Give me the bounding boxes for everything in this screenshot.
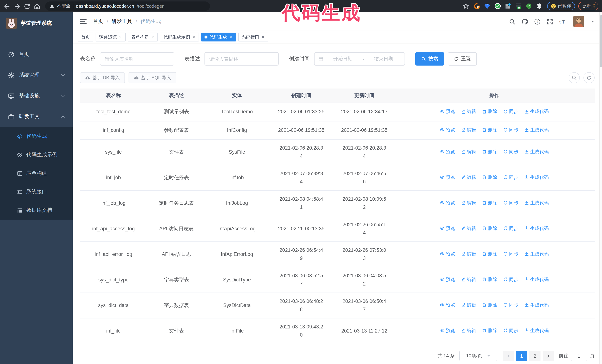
breadcrumb-link[interactable]: 首页	[93, 18, 103, 25]
edit-link[interactable]: 编辑	[461, 224, 476, 233]
sidebar-submenu-item[interactable]: 表单构建	[0, 164, 73, 183]
table-desc-input[interactable]	[204, 52, 279, 65]
preview-link[interactable]: 预览	[440, 301, 455, 309]
delete-link[interactable]: 删除	[482, 126, 497, 134]
generate-code-link[interactable]: 生成代码	[524, 126, 549, 134]
preview-link[interactable]: 预览	[440, 199, 455, 207]
edit-link[interactable]: 编辑	[461, 173, 476, 181]
gem-icon[interactable]	[484, 3, 491, 9]
edit-link[interactable]: 编辑	[461, 250, 476, 258]
tag-view-item[interactable]: 系统接口	[238, 32, 268, 42]
delete-link[interactable]: 删除	[482, 224, 497, 233]
preview-link[interactable]: 预览	[440, 250, 455, 258]
tag-view-item[interactable]: 链路追踪	[96, 32, 126, 42]
preview-link[interactable]: 预览	[440, 173, 455, 181]
sidebar-menu-item[interactable]: 系统管理	[0, 65, 73, 85]
sync-link[interactable]: 同步	[503, 250, 518, 258]
page-scrollbar[interactable]	[599, 12, 602, 364]
sync-link[interactable]: 同步	[503, 173, 518, 181]
tag-view-item[interactable]: 代码生成	[201, 32, 236, 42]
puzzle-icon[interactable]	[536, 3, 542, 9]
tag-view-item[interactable]: 代码生成示例	[160, 32, 199, 42]
sidebar-menu-item[interactable]: 研发工具	[0, 106, 73, 127]
prev-page-button[interactable]	[503, 351, 514, 361]
generate-code-link[interactable]: 生成代码	[524, 173, 549, 181]
import-db-button[interactable]: 基于 DB 导入	[80, 72, 125, 83]
delete-link[interactable]: 删除	[482, 199, 497, 207]
close-icon[interactable]	[118, 35, 122, 39]
sync-link[interactable]: 同步	[503, 327, 518, 335]
github-icon[interactable]	[522, 18, 528, 25]
preview-link[interactable]: 预览	[440, 107, 455, 115]
edit-link[interactable]: 编辑	[461, 275, 476, 284]
close-icon[interactable]	[151, 35, 154, 39]
edit-link[interactable]: 编辑	[461, 301, 476, 309]
check-badge-icon[interactable]	[494, 3, 501, 9]
generate-code-link[interactable]: 生成代码	[524, 327, 549, 335]
sync-link[interactable]: 同步	[503, 148, 518, 156]
delete-link[interactable]: 删除	[482, 250, 497, 258]
sidebar-submenu-item[interactable]: 代码生成示例	[0, 146, 73, 164]
bookmark-star-icon[interactable]	[463, 3, 469, 9]
create-time-range-picker[interactable]: 开始日期 - 结束日期	[314, 52, 405, 65]
help-icon[interactable]: ?	[534, 18, 540, 25]
sync-link[interactable]: 同步	[503, 275, 518, 284]
close-icon[interactable]	[192, 35, 196, 39]
browser-back-button[interactable]	[4, 3, 10, 10]
sidebar-menu-item[interactable]: 基础设施	[0, 85, 73, 106]
generate-code-link[interactable]: 生成代码	[524, 199, 549, 207]
scrollbar-thumb[interactable]	[600, 15, 602, 67]
tag-view-item[interactable]: 表单构建	[128, 32, 158, 42]
import-sql-button[interactable]: 基于 SQL 导入	[129, 72, 176, 83]
fehelper-icon[interactable]	[474, 3, 480, 9]
page-size-select[interactable]: 10条/页	[459, 351, 497, 361]
delete-link[interactable]: 删除	[482, 148, 497, 156]
grid-diamond-icon[interactable]	[505, 3, 511, 9]
sidebar-collapse-button[interactable]	[80, 19, 87, 24]
proxy-on-icon[interactable]: on	[515, 3, 522, 9]
header-search-icon[interactable]	[509, 18, 515, 25]
delete-link[interactable]: 删除	[482, 301, 497, 309]
sidebar-menu-item[interactable]: 首页	[0, 44, 73, 65]
breadcrumb-link[interactable]: 研发工具	[111, 18, 132, 25]
search-button[interactable]: 搜索	[415, 52, 444, 65]
generate-code-link[interactable]: 生成代码	[524, 301, 549, 309]
delete-link[interactable]: 删除	[482, 327, 497, 335]
fullscreen-icon[interactable]	[547, 18, 553, 25]
edit-link[interactable]: 编辑	[461, 107, 476, 115]
edit-link[interactable]: 编辑	[461, 126, 476, 134]
browser-forward-button[interactable]	[14, 3, 20, 10]
browser-update-menu-button[interactable]: 更新	[578, 2, 598, 10]
generate-code-link[interactable]: 生成代码	[524, 148, 549, 156]
bird-icon[interactable]	[526, 3, 532, 9]
next-page-button[interactable]	[543, 351, 554, 361]
goto-page-input[interactable]	[571, 351, 587, 361]
delete-link[interactable]: 删除	[482, 173, 497, 181]
generate-code-link[interactable]: 生成代码	[524, 224, 549, 233]
browser-home-button[interactable]	[34, 3, 40, 10]
sidebar-submenu-item[interactable]: 系统接口	[0, 183, 73, 201]
reset-button[interactable]: 重置	[448, 52, 477, 65]
sidebar-logo[interactable]: 芋道管理系统	[0, 12, 73, 34]
toggle-search-button[interactable]	[569, 72, 580, 83]
preview-link[interactable]: 预览	[440, 327, 455, 335]
font-size-icon[interactable]: tT	[559, 18, 567, 25]
sync-link[interactable]: 同步	[503, 199, 518, 207]
sync-link[interactable]: 同步	[503, 301, 518, 309]
address-bar[interactable]: 不安全 dashboard.yudao.iocoder.cn/tool/code…	[45, 1, 210, 11]
edit-link[interactable]: 编辑	[461, 199, 476, 207]
sync-link[interactable]: 同步	[503, 224, 518, 233]
sync-link[interactable]: 同步	[503, 126, 518, 134]
generate-code-link[interactable]: 生成代码	[524, 250, 549, 258]
delete-link[interactable]: 删除	[482, 275, 497, 284]
preview-link[interactable]: 预览	[440, 224, 455, 233]
browser-reload-button[interactable]	[24, 3, 30, 10]
edit-link[interactable]: 编辑	[461, 148, 476, 156]
page-number-button[interactable]: 1	[516, 351, 527, 361]
preview-link[interactable]: 预览	[440, 126, 455, 134]
delete-link[interactable]: 删除	[482, 107, 497, 115]
refresh-table-button[interactable]	[583, 72, 595, 83]
close-icon[interactable]	[261, 35, 265, 39]
sync-link[interactable]: 同步	[503, 107, 518, 115]
table-name-input[interactable]	[100, 52, 174, 65]
